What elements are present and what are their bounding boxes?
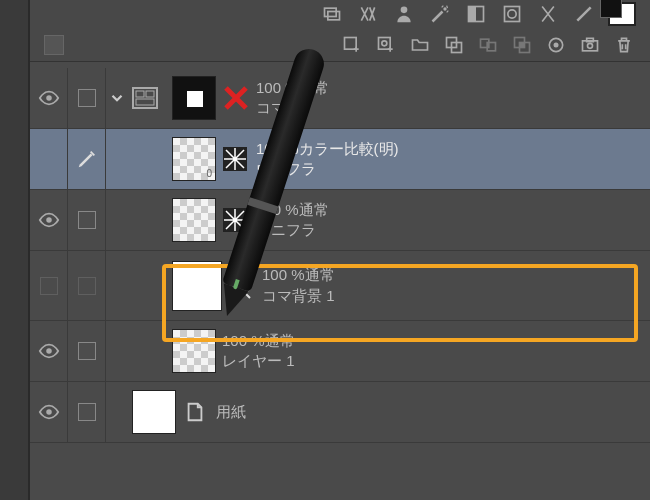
blend-mode: 100 %通常 [222, 331, 644, 351]
layer-label[interactable]: 100 %通常 ウニフラ [256, 200, 650, 241]
adjust-icon[interactable] [500, 2, 524, 26]
layers-panel: 100 %通常 コマ 1 0 100 %カラー比較(明) [30, 0, 650, 500]
lock-toggle[interactable] [68, 190, 106, 250]
layers-toolbar-2 [30, 29, 650, 62]
wand-icon[interactable] [428, 2, 452, 26]
layer-name: レイヤー 1 [222, 351, 644, 371]
blend-mode: 100 %通常 [262, 265, 644, 285]
svg-point-31 [46, 348, 52, 354]
layer-row-folder[interactable]: 100 %通常 コマ 1 [30, 68, 650, 129]
svg-rect-5 [469, 7, 477, 22]
svg-rect-26 [136, 99, 154, 105]
chevron-down-icon[interactable] [106, 87, 128, 109]
visibility-toggle[interactable] [30, 321, 68, 381]
svg-point-2 [401, 7, 408, 14]
svg-point-10 [382, 41, 387, 46]
record-button[interactable] [544, 33, 568, 57]
layer-name: 用紙 [216, 402, 644, 422]
edit-indicator[interactable] [68, 129, 106, 189]
layer-label[interactable]: 100 %通常 コマ背景 1 [262, 265, 650, 306]
svg-rect-25 [146, 91, 154, 97]
new-layer-button[interactable] [340, 33, 364, 57]
visibility-toggle[interactable] [30, 190, 68, 250]
svg-rect-9 [379, 38, 391, 50]
layer-label[interactable]: 用紙 [216, 402, 650, 422]
svg-point-22 [46, 95, 52, 101]
svg-rect-8 [345, 38, 357, 50]
disabled-mask-icon [222, 84, 250, 112]
layer-row[interactable]: 0 100 %カラー比較(明) ウニフラ [30, 129, 650, 190]
svg-rect-24 [136, 91, 144, 97]
new-folder-button[interactable] [408, 33, 432, 57]
transfer-layer-button[interactable] [476, 33, 500, 57]
svg-point-3 [443, 7, 446, 10]
svg-point-28 [46, 217, 52, 223]
paper-icon [182, 399, 208, 425]
layer-label[interactable]: 100 %通常 レイヤー 1 [222, 331, 650, 372]
lock-toggle[interactable] [68, 321, 106, 381]
layer-row[interactable]: 100 %通常 レイヤー 1 [30, 321, 650, 382]
layer-thumbnail [132, 390, 176, 434]
layer-name: コマ背景 1 [262, 286, 644, 306]
visibility-toggle[interactable] [30, 382, 68, 442]
duplicate-layer-button[interactable] [442, 33, 466, 57]
visibility-toggle[interactable] [30, 251, 68, 321]
burst-effect-icon [222, 146, 248, 172]
layer-row[interactable]: 100 %通常 ウニフラ [30, 190, 650, 251]
panel-toggle-button[interactable] [44, 35, 64, 55]
layer-thumbnail: 0 [172, 137, 216, 181]
visibility-toggle[interactable] [30, 68, 68, 128]
layer-row-highlighted[interactable]: 100 %通常 コマ背景 1 [30, 251, 650, 321]
layers-icon[interactable] [320, 2, 344, 26]
lock-toggle[interactable] [68, 251, 106, 321]
svg-point-7 [508, 10, 516, 18]
layer-label[interactable]: 100 %カラー比較(明) ウニフラ [256, 139, 650, 180]
mask-icon[interactable] [464, 2, 488, 26]
layer-name: ウニフラ [256, 220, 644, 240]
svg-point-20 [588, 43, 593, 48]
svg-point-32 [46, 409, 52, 415]
blend-mode: 100 %カラー比較(明) [256, 139, 644, 159]
blend-mode: 100 %通常 [256, 200, 644, 220]
color-swatch[interactable] [608, 2, 636, 26]
delete-layer-button[interactable] [612, 33, 636, 57]
layer-name: コマ 1 [256, 98, 644, 118]
layer-thumbnail [172, 329, 216, 373]
visibility-toggle[interactable] [30, 129, 68, 189]
app-left-rail [0, 0, 30, 500]
layer-thumbnail [172, 198, 216, 242]
layer-row-paper[interactable]: 用紙 [30, 382, 650, 443]
layer-name: ウニフラ [256, 159, 644, 179]
layer-thumbnail [172, 76, 216, 120]
clip-icon[interactable] [536, 2, 560, 26]
lock-toggle[interactable] [68, 68, 106, 128]
layers-toolbar-1 [30, 0, 650, 29]
new-vector-layer-button[interactable] [374, 33, 398, 57]
frame-folder-icon [132, 87, 158, 109]
line-icon[interactable] [572, 2, 596, 26]
fx-icon[interactable] [356, 2, 380, 26]
combine-layer-button[interactable] [510, 33, 534, 57]
svg-rect-6 [505, 7, 520, 22]
person-icon[interactable] [392, 2, 416, 26]
lock-toggle[interactable] [68, 382, 106, 442]
svg-rect-1 [328, 12, 340, 20]
svg-point-18 [554, 43, 559, 48]
layers-list: 100 %通常 コマ 1 0 100 %カラー比較(明) [30, 62, 650, 443]
snapshot-button[interactable] [578, 33, 602, 57]
